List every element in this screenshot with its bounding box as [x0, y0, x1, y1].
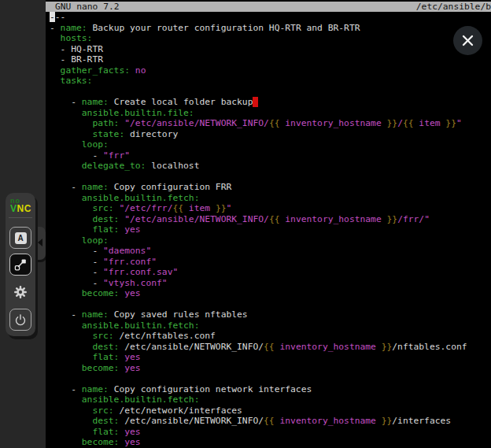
nano-titlebar: GNU nano 7.2 /etc/ansible/b [46, 2, 491, 12]
code-line [50, 172, 491, 183]
code-line [50, 373, 491, 384]
extra-keys-button[interactable]: A [9, 227, 31, 249]
code-line: delegate_to: localhost [50, 161, 491, 172]
power-icon [12, 311, 29, 328]
keyboard-a-icon: A [15, 232, 27, 244]
code-line: src: /etc/nftables.conf [50, 331, 491, 342]
code-line: dest: "/etc/ansible/NETWORK_INFO/{{ inve… [50, 214, 491, 225]
close-x-icon [453, 26, 482, 55]
code-line: ansible.builtin.fetch: [50, 394, 491, 405]
code-line: - "frr.conf" [50, 257, 491, 268]
code-line: become: yes [50, 288, 491, 299]
editor-content: ---- name: Backup your router configurat… [46, 12, 491, 448]
code-line: flat: yes [50, 427, 491, 438]
code-line: path: "/etc/ansible/NETWORK_INFO/{{ inve… [50, 118, 491, 129]
code-line: - BR-RTR [50, 54, 491, 65]
code-line: become: yes [50, 363, 491, 374]
code-line: ansible.builtin.file: [50, 108, 491, 119]
code-line [50, 299, 491, 310]
code-line: - HQ-RTR [50, 44, 491, 55]
code-line: - "daemons" [50, 246, 491, 257]
code-line: src: "/etc/frr/{{ item }}" [50, 203, 491, 214]
code-line: ansible.builtin.fetch: [50, 193, 491, 204]
code-line: - "vtysh.conf" [50, 278, 491, 289]
logo-divider [9, 217, 32, 218]
fullscreen-button[interactable] [9, 254, 31, 276]
code-line: --- [50, 12, 491, 23]
code-line: gather_facts: no [50, 65, 491, 76]
novnc-control-panel: no VNC A [6, 193, 35, 336]
nano-file-path: /etc/ansible/b [416, 2, 491, 12]
settings-button[interactable] [9, 281, 31, 303]
gear-icon [11, 283, 30, 302]
disconnect-button[interactable] [9, 309, 31, 331]
code-line: ansible.builtin.fetch: [50, 320, 491, 331]
nano-version: GNU nano 7.2 [55, 2, 120, 12]
code-line: - name: Copy configuration FRR [50, 182, 491, 193]
code-line: become: yes [50, 437, 491, 448]
vnc-terminal-screen[interactable]: GNU nano 7.2 /etc/ansible/b ---- name: B… [46, 0, 491, 448]
code-line: flat: yes [50, 224, 491, 235]
code-line: loop: [50, 235, 491, 246]
sidebar-handle[interactable] [35, 227, 46, 260]
novnc-logo-vnc: VNC [10, 204, 35, 213]
close-button[interactable] [453, 26, 482, 55]
code-line: dest: /etc/ansible/NETWORK_INFO/{{ inven… [50, 416, 491, 427]
code-line: - name: Copy saved rules nftables [50, 309, 491, 320]
novnc-logo: no VNC [6, 193, 35, 213]
code-line: state: directory [50, 129, 491, 140]
novnc-sidebar: no VNC A [0, 0, 46, 448]
collapse-arrow-icon [38, 239, 42, 246]
code-line: - name: Backup your router configuration… [50, 23, 491, 34]
code-line: loop: [50, 139, 491, 150]
code-line: flat: yes [50, 352, 491, 363]
code-line: tasks: [50, 76, 491, 87]
code-line: - name: Create local folder backup [50, 97, 491, 108]
code-line: - "frr.conf.sav" [50, 267, 491, 278]
code-line: hosts: [50, 33, 491, 44]
code-line: - "frr" [50, 150, 491, 161]
fullscreen-icon [13, 257, 28, 272]
code-line: - name: Copy configuration network inter… [50, 384, 491, 395]
code-line: src: /etc/network/interfaces [50, 405, 491, 417]
code-line: dest: /etc/ansible/NETWORK_INFO/{{ inven… [50, 342, 491, 353]
code-line [50, 87, 491, 98]
